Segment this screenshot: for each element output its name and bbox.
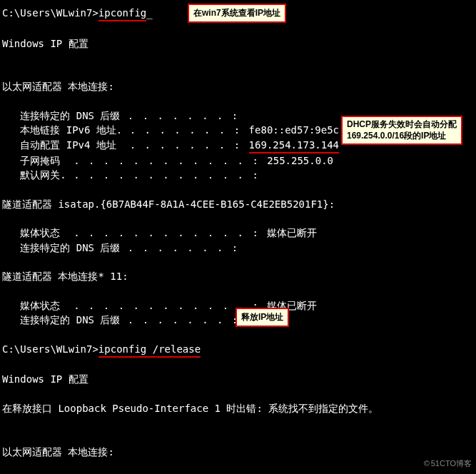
blank: [2, 358, 474, 372]
blank: [2, 459, 474, 473]
blank: [2, 415, 474, 430]
adapter1-gateway: 默认网关. . . . . . . . . . . . . :: [2, 168, 474, 182]
blank: [2, 328, 474, 342]
adapter1-mask: 子网掩码 . . . . . . . . . . . . : 255.255.0…: [2, 153, 474, 168]
blank: [2, 183, 474, 197]
adapter2-media: 媒体状态 . . . . . . . . . . . . : 媒体已断开: [2, 226, 474, 240]
adapter4-title: 以太网适配器 本地连接:: [2, 445, 474, 459]
annotation-apipa: DHCP服务失效时会自动分配169.254.0.0/16段的IP地址: [341, 116, 462, 145]
blank: [2, 51, 474, 65]
ip-config-header: Windows IP 配置: [2, 36, 474, 51]
adapter3-title: 隧道适配器 本地连接* 11:: [2, 269, 474, 283]
apipa-address: 169.254.173.144: [249, 138, 339, 153]
prompt-line-2: C:\Users\WLwin7>ipconfig /release: [2, 342, 474, 358]
blank: [2, 255, 474, 269]
ip-config-header-2: Windows IP 配置: [2, 372, 474, 386]
blank: [2, 211, 474, 226]
blank: [2, 430, 474, 445]
annotation-release-ip: 释放IP地址: [236, 308, 289, 327]
blank: [2, 94, 474, 109]
blank: [2, 21, 474, 36]
adapter2-dns: 连接特定的 DNS 后缀 . . . . . . . :: [2, 241, 474, 255]
watermark: 51CTO博客: [424, 458, 472, 470]
blank: [2, 284, 474, 298]
adapter2-title: 隧道适配器 isatap.{6B7AB44F-8A1A-4CEE-B165-C4…: [2, 197, 474, 211]
blank: [2, 65, 474, 79]
annotation-view-ip: 在win7系统查看IP地址: [188, 4, 286, 23]
prompt-path: C:\Users\WLwin7>: [2, 343, 98, 355]
release-error: 在释放接口 Loopback Pseudo-Interface 1 时出错: 系…: [2, 401, 474, 415]
command-release: ipconfig /release: [98, 342, 201, 358]
adapter1-title: 以太网适配器 本地连接:: [2, 79, 474, 94]
blank: [2, 387, 474, 401]
command-ipconfig: ipconfig: [98, 6, 146, 21]
prompt-path: C:\Users\WLwin7>: [2, 7, 98, 19]
